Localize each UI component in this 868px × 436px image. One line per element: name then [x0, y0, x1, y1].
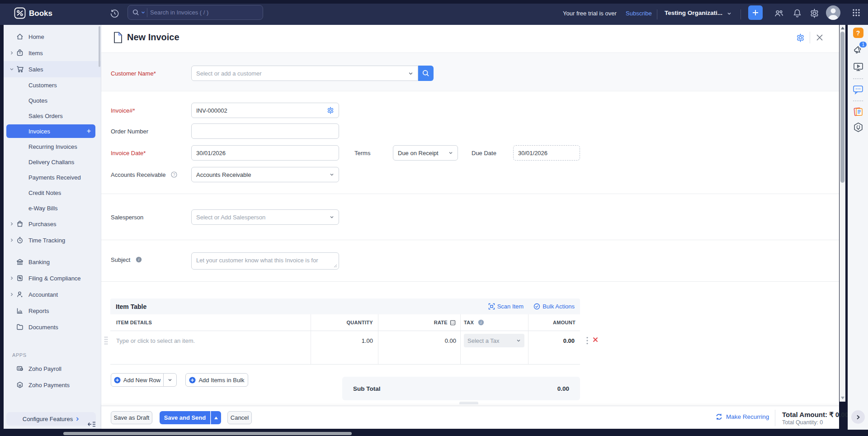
due-date-input[interactable]: 30/01/2026 — [513, 145, 580, 161]
global-search[interactable] — [127, 5, 263, 20]
announcement-badge: 1 — [859, 42, 867, 47]
invoice-date-input[interactable]: 30/01/2026 — [191, 145, 339, 161]
sidebar-item-zoho-payroll[interactable]: Zoho Payroll — [4, 360, 101, 377]
sidebar-item-home[interactable]: Home — [4, 28, 101, 45]
rate-calculator-icon[interactable] — [450, 320, 456, 326]
org-selector[interactable]: Testing Organizati... — [665, 9, 722, 16]
product-title: Books — [29, 9, 52, 18]
row-more-kebab-icon[interactable] — [586, 336, 588, 345]
textarea-resize-handle[interactable] — [334, 264, 337, 268]
save-and-send-button[interactable]: Save and Send — [160, 411, 210, 424]
sidebar-item-zoho-payments[interactable]: Zoho Payments — [4, 377, 101, 393]
add-new-row-dropdown-button[interactable] — [163, 373, 177, 387]
search-scope-chevron-icon[interactable] — [141, 10, 145, 14]
sidebar-item-recurring-invoices[interactable]: Recurring Invoices — [4, 139, 101, 154]
notifications-bell-icon[interactable] — [793, 9, 802, 18]
org-chevron-down-icon[interactable] — [727, 11, 731, 16]
sidebar-item-invoices-selected[interactable]: Invoices + — [6, 124, 95, 138]
sidebar-item-time-tracking[interactable]: Time Tracking — [4, 232, 101, 248]
sidebar-item-credit-notes[interactable]: Credit Notes — [4, 185, 101, 200]
sidebar-item-banking[interactable]: Banking — [4, 254, 101, 270]
settings-gear-icon[interactable] — [810, 9, 819, 18]
sidebar-item-eway-bills[interactable]: e-Way Bills — [4, 200, 101, 216]
svg-text:?: ? — [173, 172, 175, 177]
home-icon — [16, 33, 28, 40]
accounts-receivable-select[interactable]: Accounts Receivable — [191, 167, 339, 182]
scroll-up-arrow[interactable] — [840, 26, 845, 30]
terms-select[interactable]: Due on Receipt — [393, 145, 458, 161]
save-and-send-dropdown-button[interactable] — [211, 411, 221, 424]
item-table-title: Item Table — [116, 303, 146, 310]
add-new-row-button[interactable]: Add New Row — [111, 373, 164, 387]
recurring-arrows-icon — [715, 413, 723, 421]
customer-search-button[interactable] — [418, 66, 434, 81]
scroll-down-arrow[interactable] — [840, 396, 845, 400]
sidebar-item-customers[interactable]: Customers — [4, 77, 101, 93]
sidebar-scrollbar-thumb[interactable] — [99, 26, 100, 67]
add-invoice-plus-icon[interactable]: + — [87, 128, 91, 135]
tax-select[interactable]: Select a Tax — [464, 334, 524, 347]
announcements-megaphone-icon[interactable]: 1 — [853, 45, 863, 55]
close-icon[interactable] — [816, 34, 823, 41]
scan-item-button[interactable]: Scan Item — [488, 303, 524, 310]
sidebar-item-reports[interactable]: Reports — [4, 303, 101, 319]
order-number-field[interactable] — [196, 128, 334, 135]
sidebar-item-documents[interactable]: Documents — [4, 319, 101, 335]
sidebar-item-quotes[interactable]: Quotes — [4, 93, 101, 108]
subject-info-icon[interactable]: i — [136, 256, 142, 263]
footer-divider — [775, 410, 775, 426]
recent-history-icon[interactable] — [110, 9, 119, 18]
apps-grid-icon[interactable] — [852, 8, 861, 17]
sidebar-item-filing-compliance[interactable]: Filing & Compliance — [4, 270, 101, 286]
collapse-sidebar-icon[interactable] — [88, 421, 96, 427]
main-scrollbar-thumb[interactable] — [840, 32, 844, 183]
horizontal-scrollbar-thumb[interactable] — [63, 432, 352, 435]
sidebar-item-purchases[interactable]: Purchases — [4, 216, 101, 232]
sidebar-item-sales-orders[interactable]: Sales Orders — [4, 108, 101, 123]
expand-panel-chevron-button[interactable] — [851, 410, 865, 424]
video-tutorials-icon[interactable] — [853, 62, 863, 72]
add-items-in-bulk-button[interactable]: Add Items in Bulk — [185, 373, 248, 387]
quantity-value[interactable]: 1.00 — [316, 337, 373, 344]
topbar-divider — [741, 9, 741, 19]
feedback-chat-icon[interactable] — [853, 85, 863, 95]
row-delete-x-icon[interactable] — [592, 336, 599, 343]
invoice-number-input[interactable]: INV-000002 — [191, 103, 339, 118]
order-number-input[interactable] — [191, 123, 339, 139]
cancel-button[interactable]: Cancel — [227, 411, 252, 424]
salesperson-select[interactable]: Select or Add Salesperson — [191, 209, 339, 225]
integrations-plug-icon[interactable] — [853, 122, 863, 133]
column-rate: RATE — [389, 320, 448, 325]
sub-total-row: Sub Total 0.00 — [342, 377, 580, 400]
invoice-number-settings-gear-icon[interactable] — [327, 107, 334, 114]
invoice-date-label: Invoice Date* — [111, 150, 146, 156]
bulk-actions-button[interactable]: Bulk Actions — [533, 303, 575, 310]
user-avatar[interactable] — [826, 5, 840, 20]
users-icon[interactable] — [774, 9, 784, 19]
make-recurring-button[interactable]: Make Recurring — [715, 413, 769, 421]
books-logo-icon[interactable] — [14, 7, 26, 19]
quick-create-button[interactable] — [748, 5, 763, 20]
subscribe-link[interactable]: Subscribe — [626, 10, 652, 17]
sidebar-item-delivery-challans[interactable]: Delivery Challans — [4, 154, 101, 170]
save-as-draft-button[interactable]: Save as Draft — [111, 411, 152, 424]
customer-select[interactable]: Select or add a customer — [191, 66, 418, 81]
configure-features-button[interactable]: Configure Features — [6, 412, 96, 426]
subject-textarea[interactable]: Let your customer know what this Invoice… — [191, 252, 339, 270]
sidebar-item-items[interactable]: Items — [4, 45, 101, 61]
accounts-receivable-help-icon[interactable]: ? — [171, 171, 177, 178]
rate-value[interactable]: 0.00 — [398, 337, 456, 344]
row-drag-handle[interactable] — [104, 336, 108, 345]
help-icon[interactable]: ? — [853, 28, 863, 38]
reports-chart-icon — [16, 307, 28, 314]
item-select-placeholder[interactable]: Type or click to select an item. — [116, 337, 195, 344]
tax-info-icon[interactable]: i — [478, 319, 484, 326]
invoice-settings-gear-icon[interactable] — [796, 33, 805, 42]
sidebar-item-sales[interactable]: Sales — [4, 61, 101, 77]
whats-new-icon[interactable] — [853, 107, 863, 117]
search-input[interactable] — [149, 9, 258, 16]
chevron-down-icon — [330, 215, 334, 219]
salesperson-label: Salesperson — [111, 214, 143, 221]
sidebar-item-payments-received[interactable]: Payments Received — [4, 170, 101, 185]
sidebar-item-accountant[interactable]: Accountant — [4, 286, 101, 303]
